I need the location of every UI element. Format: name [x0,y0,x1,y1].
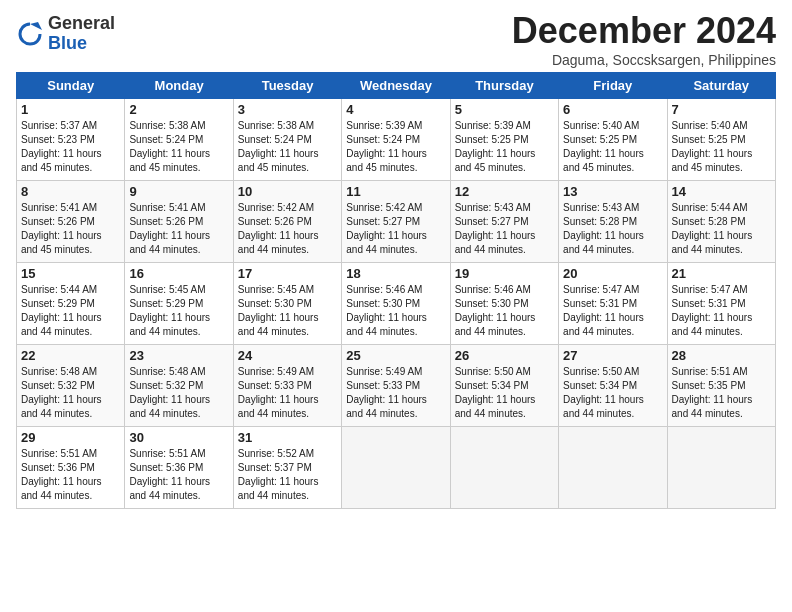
cell-details: Sunrise: 5:48 AMSunset: 5:32 PMDaylight:… [21,365,120,421]
calendar-cell: 24Sunrise: 5:49 AMSunset: 5:33 PMDayligh… [233,345,341,427]
calendar-cell [559,427,667,509]
calendar-cell: 14Sunrise: 5:44 AMSunset: 5:28 PMDayligh… [667,181,775,263]
day-number: 6 [563,102,662,117]
day-header-thursday: Thursday [450,73,558,99]
cell-details: Sunrise: 5:42 AMSunset: 5:26 PMDaylight:… [238,201,337,257]
day-number: 22 [21,348,120,363]
location: Daguma, Soccsksargen, Philippines [512,52,776,68]
calendar-table: SundayMondayTuesdayWednesdayThursdayFrid… [16,72,776,509]
cell-details: Sunrise: 5:47 AMSunset: 5:31 PMDaylight:… [563,283,662,339]
calendar-cell: 11Sunrise: 5:42 AMSunset: 5:27 PMDayligh… [342,181,450,263]
cell-details: Sunrise: 5:51 AMSunset: 5:36 PMDaylight:… [129,447,228,503]
day-number: 15 [21,266,120,281]
cell-details: Sunrise: 5:37 AMSunset: 5:23 PMDaylight:… [21,119,120,175]
title-block: December 2024 Daguma, Soccsksargen, Phil… [512,10,776,68]
week-row-3: 15Sunrise: 5:44 AMSunset: 5:29 PMDayligh… [17,263,776,345]
day-number: 7 [672,102,771,117]
day-header-tuesday: Tuesday [233,73,341,99]
day-number: 28 [672,348,771,363]
calendar-cell: 1Sunrise: 5:37 AMSunset: 5:23 PMDaylight… [17,99,125,181]
day-number: 24 [238,348,337,363]
day-number: 16 [129,266,228,281]
day-number: 1 [21,102,120,117]
day-number: 23 [129,348,228,363]
logo-general: General [48,13,115,33]
cell-details: Sunrise: 5:50 AMSunset: 5:34 PMDaylight:… [455,365,554,421]
day-number: 31 [238,430,337,445]
day-number: 12 [455,184,554,199]
calendar-cell: 29Sunrise: 5:51 AMSunset: 5:36 PMDayligh… [17,427,125,509]
calendar-cell: 19Sunrise: 5:46 AMSunset: 5:30 PMDayligh… [450,263,558,345]
cell-details: Sunrise: 5:42 AMSunset: 5:27 PMDaylight:… [346,201,445,257]
cell-details: Sunrise: 5:49 AMSunset: 5:33 PMDaylight:… [238,365,337,421]
page: General Blue December 2024 Daguma, Soccs… [0,0,792,612]
day-number: 5 [455,102,554,117]
day-number: 20 [563,266,662,281]
cell-details: Sunrise: 5:47 AMSunset: 5:31 PMDaylight:… [672,283,771,339]
calendar-cell: 4Sunrise: 5:39 AMSunset: 5:24 PMDaylight… [342,99,450,181]
calendar-cell: 8Sunrise: 5:41 AMSunset: 5:26 PMDaylight… [17,181,125,263]
day-header-wednesday: Wednesday [342,73,450,99]
cell-details: Sunrise: 5:52 AMSunset: 5:37 PMDaylight:… [238,447,337,503]
week-row-5: 29Sunrise: 5:51 AMSunset: 5:36 PMDayligh… [17,427,776,509]
cell-details: Sunrise: 5:49 AMSunset: 5:33 PMDaylight:… [346,365,445,421]
calendar-cell: 25Sunrise: 5:49 AMSunset: 5:33 PMDayligh… [342,345,450,427]
cell-details: Sunrise: 5:51 AMSunset: 5:35 PMDaylight:… [672,365,771,421]
header: General Blue December 2024 Daguma, Soccs… [16,10,776,68]
calendar-cell: 12Sunrise: 5:43 AMSunset: 5:27 PMDayligh… [450,181,558,263]
cell-details: Sunrise: 5:48 AMSunset: 5:32 PMDaylight:… [129,365,228,421]
cell-details: Sunrise: 5:43 AMSunset: 5:27 PMDaylight:… [455,201,554,257]
logo-blue: Blue [48,33,87,53]
logo-text: General Blue [48,14,115,54]
day-number: 14 [672,184,771,199]
cell-details: Sunrise: 5:43 AMSunset: 5:28 PMDaylight:… [563,201,662,257]
calendar-cell: 6Sunrise: 5:40 AMSunset: 5:25 PMDaylight… [559,99,667,181]
week-row-1: 1Sunrise: 5:37 AMSunset: 5:23 PMDaylight… [17,99,776,181]
day-number: 26 [455,348,554,363]
calendar-cell: 27Sunrise: 5:50 AMSunset: 5:34 PMDayligh… [559,345,667,427]
days-header-row: SundayMondayTuesdayWednesdayThursdayFrid… [17,73,776,99]
day-number: 29 [21,430,120,445]
cell-details: Sunrise: 5:39 AMSunset: 5:24 PMDaylight:… [346,119,445,175]
calendar-cell: 3Sunrise: 5:38 AMSunset: 5:24 PMDaylight… [233,99,341,181]
calendar-cell: 17Sunrise: 5:45 AMSunset: 5:30 PMDayligh… [233,263,341,345]
calendar-cell: 28Sunrise: 5:51 AMSunset: 5:35 PMDayligh… [667,345,775,427]
cell-details: Sunrise: 5:39 AMSunset: 5:25 PMDaylight:… [455,119,554,175]
cell-details: Sunrise: 5:45 AMSunset: 5:30 PMDaylight:… [238,283,337,339]
calendar-cell: 22Sunrise: 5:48 AMSunset: 5:32 PMDayligh… [17,345,125,427]
calendar-cell: 18Sunrise: 5:46 AMSunset: 5:30 PMDayligh… [342,263,450,345]
cell-details: Sunrise: 5:51 AMSunset: 5:36 PMDaylight:… [21,447,120,503]
calendar-cell: 16Sunrise: 5:45 AMSunset: 5:29 PMDayligh… [125,263,233,345]
cell-details: Sunrise: 5:46 AMSunset: 5:30 PMDaylight:… [455,283,554,339]
logo-icon [16,20,44,48]
day-header-saturday: Saturday [667,73,775,99]
logo: General Blue [16,14,115,54]
cell-details: Sunrise: 5:38 AMSunset: 5:24 PMDaylight:… [129,119,228,175]
calendar-cell [667,427,775,509]
calendar-cell: 23Sunrise: 5:48 AMSunset: 5:32 PMDayligh… [125,345,233,427]
calendar-cell: 21Sunrise: 5:47 AMSunset: 5:31 PMDayligh… [667,263,775,345]
calendar-cell: 30Sunrise: 5:51 AMSunset: 5:36 PMDayligh… [125,427,233,509]
day-number: 11 [346,184,445,199]
day-number: 9 [129,184,228,199]
day-number: 21 [672,266,771,281]
day-number: 18 [346,266,445,281]
calendar-cell: 10Sunrise: 5:42 AMSunset: 5:26 PMDayligh… [233,181,341,263]
calendar-cell: 5Sunrise: 5:39 AMSunset: 5:25 PMDaylight… [450,99,558,181]
month-title: December 2024 [512,10,776,52]
calendar-cell: 15Sunrise: 5:44 AMSunset: 5:29 PMDayligh… [17,263,125,345]
calendar-cell: 13Sunrise: 5:43 AMSunset: 5:28 PMDayligh… [559,181,667,263]
calendar-cell: 9Sunrise: 5:41 AMSunset: 5:26 PMDaylight… [125,181,233,263]
day-number: 13 [563,184,662,199]
cell-details: Sunrise: 5:40 AMSunset: 5:25 PMDaylight:… [563,119,662,175]
calendar-cell [342,427,450,509]
calendar-cell [450,427,558,509]
calendar-cell: 2Sunrise: 5:38 AMSunset: 5:24 PMDaylight… [125,99,233,181]
calendar-cell: 7Sunrise: 5:40 AMSunset: 5:25 PMDaylight… [667,99,775,181]
day-header-monday: Monday [125,73,233,99]
cell-details: Sunrise: 5:44 AMSunset: 5:29 PMDaylight:… [21,283,120,339]
day-number: 2 [129,102,228,117]
day-number: 8 [21,184,120,199]
cell-details: Sunrise: 5:45 AMSunset: 5:29 PMDaylight:… [129,283,228,339]
cell-details: Sunrise: 5:41 AMSunset: 5:26 PMDaylight:… [129,201,228,257]
